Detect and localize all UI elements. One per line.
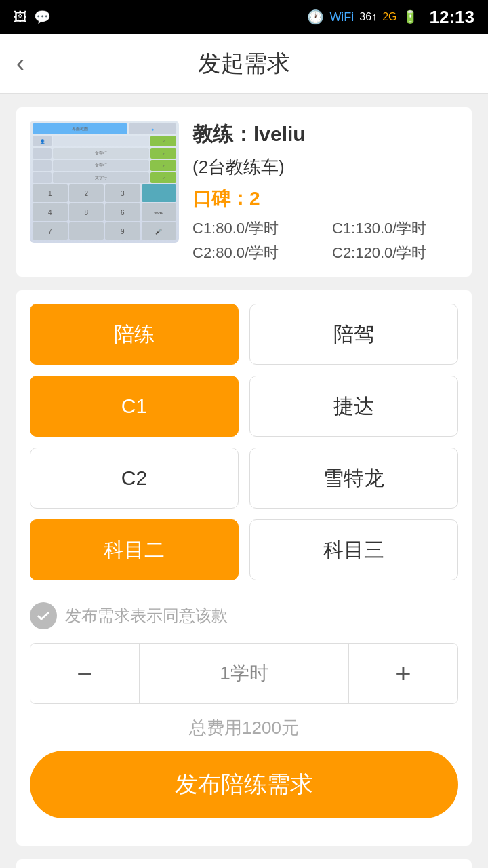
btn-c1[interactable]: C1: [30, 376, 239, 437]
selection-section: 陪练 陪驾 C1 捷达 C2 雪特龙 科目二 科目三 发布需求表示同意该款: [16, 290, 472, 846]
rating-value: 2: [249, 188, 260, 209]
subject-row: 科目二 科目三: [30, 519, 458, 580]
back-button[interactable]: ‹: [16, 50, 24, 78]
btn-accompany-drive[interactable]: 陪驾: [249, 304, 458, 365]
license-row: C1 捷达: [30, 376, 458, 437]
btn-accompany-practice[interactable]: 陪练: [30, 304, 239, 365]
price-grid: C1:80.0/学时 C1:130.0/学时 C2:80.0/学时 C2:120…: [192, 218, 458, 263]
total-cost: 总费用1200元: [30, 711, 458, 751]
bottom-card: 口碑：: [16, 859, 472, 868]
btn-citroen[interactable]: 雪特龙: [249, 448, 458, 509]
submit-button[interactable]: 发布陪练需求: [30, 751, 458, 818]
btn-c2[interactable]: C2: [30, 448, 239, 509]
stepper: − 1学时 +: [30, 643, 458, 704]
coach-name: 教练：lveliu: [192, 121, 458, 149]
message-icon: 💬: [34, 9, 51, 25]
clock-icon: 🕐: [307, 9, 324, 25]
battery-icon: 🔋: [403, 9, 418, 24]
coach-info: 教练：lveliu (2台教练车) 口碑：2 C1:80.0/学时 C1:130…: [192, 121, 458, 263]
status-bar: 🖼 💬 🕐 WiFi 36↑ 2G 🔋 12:13: [0, 0, 488, 34]
price-c2-low: C2:80.0/学时: [192, 243, 319, 263]
agreement-checkbox[interactable]: [30, 602, 57, 629]
btn-subject3[interactable]: 科目三: [249, 519, 458, 580]
stepper-value: 1学时: [140, 660, 348, 686]
page-title: 发起需求: [198, 48, 290, 79]
photo-icon: 🖼: [14, 9, 27, 25]
rating-label: 口碑：: [192, 188, 249, 209]
price-c1-low: C1:80.0/学时: [192, 218, 319, 239]
agreement-text: 发布需求表示同意该款: [65, 605, 228, 627]
stepper-plus[interactable]: +: [349, 644, 458, 703]
btn-subject2[interactable]: 科目二: [30, 519, 239, 580]
coach-thumbnail: 界面截图 ● 👤 ✓ 文字行 ✓ 文字行 ✓: [30, 121, 179, 243]
main-content: 界面截图 ● 👤 ✓ 文字行 ✓ 文字行 ✓: [0, 94, 488, 868]
signal2-icon: 2G: [382, 11, 396, 23]
btn-jetta[interactable]: 捷达: [249, 376, 458, 437]
stepper-minus[interactable]: −: [30, 644, 139, 703]
status-time: 12:13: [430, 7, 475, 28]
price-c1-high: C1:130.0/学时: [332, 218, 458, 239]
signal-icon: 36↑: [359, 11, 377, 23]
type-row: 陪练 陪驾: [30, 304, 458, 365]
coach-card: 界面截图 ● 👤 ✓ 文字行 ✓ 文字行 ✓: [16, 107, 472, 277]
license-row2: C2 雪特龙: [30, 448, 458, 509]
agreement-row: 发布需求表示同意该款: [30, 591, 458, 636]
top-nav: ‹ 发起需求: [0, 34, 488, 94]
price-c2-high: C2:120.0/学时: [332, 243, 458, 263]
wifi-icon: WiFi: [329, 10, 354, 24]
coach-cars: (2台教练车): [192, 155, 458, 179]
coach-rating: 口碑：2: [192, 186, 458, 212]
